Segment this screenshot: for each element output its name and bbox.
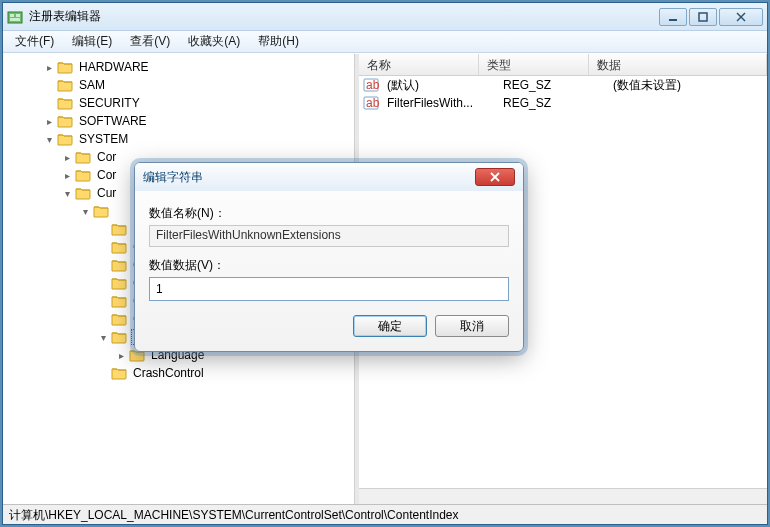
folder-icon: [75, 168, 91, 182]
folder-icon: [111, 276, 127, 290]
tree-item-label: Cor: [95, 150, 118, 164]
menu-edit[interactable]: 编辑(E): [64, 31, 120, 52]
string-value-icon: ab: [363, 77, 379, 93]
maximize-button[interactable]: [689, 8, 717, 26]
expand-icon[interactable]: ▸: [43, 115, 55, 127]
col-name[interactable]: 名称: [359, 54, 479, 75]
tree-item[interactable]: ▸HARDWARE: [3, 58, 354, 76]
folder-icon: [57, 60, 73, 74]
folder-icon: [75, 150, 91, 164]
close-button[interactable]: [719, 8, 763, 26]
menu-view[interactable]: 查看(V): [122, 31, 178, 52]
cell-name: (默认): [383, 77, 499, 94]
value-data-input[interactable]: [149, 277, 509, 301]
registry-icon: [7, 9, 23, 25]
tree-item[interactable]: ▾SYSTEM: [3, 130, 354, 148]
tree-item[interactable]: ▸SECURITY: [3, 94, 354, 112]
ok-button[interactable]: 确定: [353, 315, 427, 337]
col-type[interactable]: 类型: [479, 54, 589, 75]
tree-item-label: Cur: [95, 186, 118, 200]
folder-icon: [111, 240, 127, 254]
menu-bar: 文件(F) 编辑(E) 查看(V) 收藏夹(A) 帮助(H): [3, 31, 767, 53]
tree-item-label: SOFTWARE: [77, 114, 149, 128]
folder-icon: [57, 78, 73, 92]
expand-icon[interactable]: ▸: [61, 169, 73, 181]
svg-text:ab: ab: [366, 78, 379, 92]
tree-item-label: SECURITY: [77, 96, 142, 110]
dialog-titlebar[interactable]: 编辑字符串: [135, 163, 523, 191]
collapse-icon[interactable]: ▾: [79, 205, 91, 217]
folder-icon: [75, 186, 91, 200]
svg-rect-0: [8, 12, 22, 23]
titlebar[interactable]: 注册表编辑器: [3, 3, 767, 31]
folder-icon: [57, 132, 73, 146]
menu-favorites[interactable]: 收藏夹(A): [180, 31, 248, 52]
folder-icon: [111, 330, 127, 344]
tree-item-label: SYSTEM: [77, 132, 130, 146]
tree-item-label: HARDWARE: [77, 60, 151, 74]
svg-rect-3: [10, 18, 20, 21]
expand-icon[interactable]: ▸: [61, 151, 73, 163]
menu-help[interactable]: 帮助(H): [250, 31, 307, 52]
folder-icon: [111, 312, 127, 326]
col-data[interactable]: 数据: [589, 54, 767, 75]
window-title: 注册表编辑器: [29, 8, 659, 25]
cell-type: REG_SZ: [499, 96, 609, 110]
value-name-field: FilterFilesWithUnknownExtensions: [149, 225, 509, 247]
folder-icon: [57, 96, 73, 110]
value-name-label: 数值名称(N)：: [149, 205, 509, 222]
folder-icon: [111, 222, 127, 236]
folder-icon: [111, 294, 127, 308]
svg-text:ab: ab: [366, 96, 379, 110]
dialog-title: 编辑字符串: [143, 169, 475, 186]
cancel-button[interactable]: 取消: [435, 315, 509, 337]
svg-rect-2: [16, 14, 20, 17]
cell-data: (数值未设置): [609, 77, 767, 94]
tree-item-label: CrashControl: [131, 366, 206, 380]
minimize-button[interactable]: [659, 8, 687, 26]
collapse-icon[interactable]: ▾: [43, 133, 55, 145]
string-value-icon: ab: [363, 95, 379, 111]
svg-rect-5: [699, 13, 707, 21]
tree-item-label: SAM: [77, 78, 107, 92]
menu-file[interactable]: 文件(F): [7, 31, 62, 52]
folder-icon: [57, 114, 73, 128]
dialog-close-button[interactable]: [475, 168, 515, 186]
tree-item-label: Cor: [95, 168, 118, 182]
tree-item[interactable]: ▸CrashControl: [3, 364, 354, 382]
cell-type: REG_SZ: [499, 78, 609, 92]
cell-name: FilterFilesWith...: [383, 96, 499, 110]
folder-icon: [111, 366, 127, 380]
list-header: 名称 类型 数据: [359, 54, 767, 76]
tree-item[interactable]: ▸SOFTWARE: [3, 112, 354, 130]
edit-string-dialog: 编辑字符串 数值名称(N)： FilterFilesWithUnknownExt…: [134, 162, 524, 352]
horizontal-scrollbar[interactable]: [359, 488, 767, 504]
expand-icon[interactable]: ▸: [43, 61, 55, 73]
list-row[interactable]: ab(默认)REG_SZ(数值未设置): [359, 76, 767, 94]
collapse-icon[interactable]: ▾: [61, 187, 73, 199]
expand-icon[interactable]: ▸: [115, 349, 127, 361]
list-row[interactable]: abFilterFilesWith...REG_SZ: [359, 94, 767, 112]
tree-item[interactable]: ▸SAM: [3, 76, 354, 94]
value-data-label: 数值数据(V)：: [149, 257, 509, 274]
collapse-icon[interactable]: ▾: [97, 331, 109, 343]
svg-rect-1: [10, 14, 14, 17]
status-bar: 计算机\HKEY_LOCAL_MACHINE\SYSTEM\CurrentCon…: [3, 504, 767, 524]
folder-icon: [111, 258, 127, 272]
folder-icon: [93, 204, 109, 218]
